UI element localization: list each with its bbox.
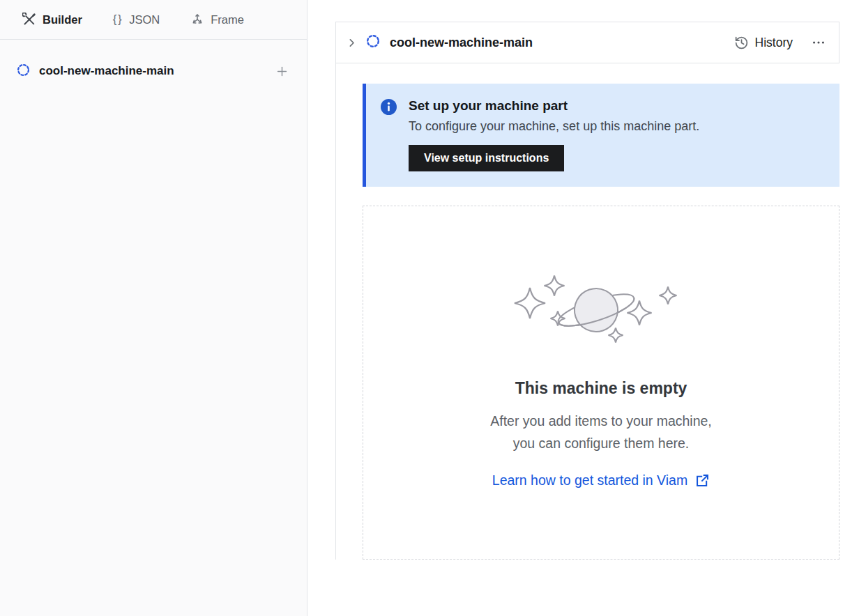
empty-state-description: After you add items to your machine, you…	[490, 410, 712, 454]
sidebar: Builder {} JSON Frame	[0, 0, 307, 616]
empty-state-line2: you can configure them here.	[513, 436, 690, 451]
view-setup-instructions-button[interactable]: View setup instructions	[409, 145, 564, 171]
expand-part-button[interactable]	[346, 37, 358, 49]
sidebar-machine-name: cool-new-machine-main	[39, 64, 266, 78]
machine-config-page: Builder {} JSON Frame	[0, 0, 859, 616]
json-braces-icon: {}	[113, 13, 123, 26]
tab-builder[interactable]: Builder	[22, 13, 82, 26]
history-button[interactable]: History	[734, 36, 793, 50]
add-component-button[interactable]	[275, 65, 289, 78]
tab-builder-label: Builder	[43, 13, 82, 26]
frame-axes-icon	[190, 13, 204, 26]
tab-json[interactable]: {} JSON	[113, 13, 160, 26]
main-content: cool-new-machine-main History	[307, 0, 859, 616]
get-started-link-label: Learn how to get started in Viam	[492, 472, 687, 488]
part-header-card: cool-new-machine-main History	[335, 22, 839, 63]
banner-body: To configure your machine, set up this m…	[409, 117, 699, 136]
more-options-button[interactable]	[811, 35, 826, 50]
get-started-link[interactable]: Learn how to get started in Viam	[492, 472, 710, 488]
empty-state-panel: This machine is empty After you add item…	[363, 206, 839, 560]
part-title: cool-new-machine-main	[390, 36, 734, 50]
sidebar-item-machine-part[interactable]: cool-new-machine-main	[0, 59, 307, 83]
setup-banner: Set up your machine part To configure yo…	[363, 84, 839, 187]
part-status-icon	[17, 63, 30, 79]
empty-state-line1: After you add items to your machine,	[490, 413, 712, 429]
history-label: History	[755, 36, 793, 50]
tab-json-label: JSON	[129, 13, 160, 26]
banner-title: Set up your machine part	[409, 97, 699, 115]
chevron-right-icon	[346, 37, 358, 49]
config-mode-tabbar: Builder {} JSON Frame	[0, 0, 307, 40]
plus-icon	[275, 65, 289, 78]
banner-content: Set up your machine part To configure yo…	[409, 97, 699, 173]
part-status-icon	[366, 34, 380, 51]
builder-tools-icon	[22, 13, 36, 26]
external-link-icon	[695, 473, 710, 488]
ellipsis-icon	[811, 35, 826, 50]
info-icon	[381, 99, 397, 173]
tab-frame-label: Frame	[211, 13, 244, 26]
empty-state-title: This machine is empty	[515, 379, 687, 398]
tab-frame[interactable]: Frame	[190, 13, 244, 26]
history-icon	[734, 36, 749, 50]
planet-illustration	[496, 275, 706, 354]
part-group-rail	[335, 63, 336, 560]
